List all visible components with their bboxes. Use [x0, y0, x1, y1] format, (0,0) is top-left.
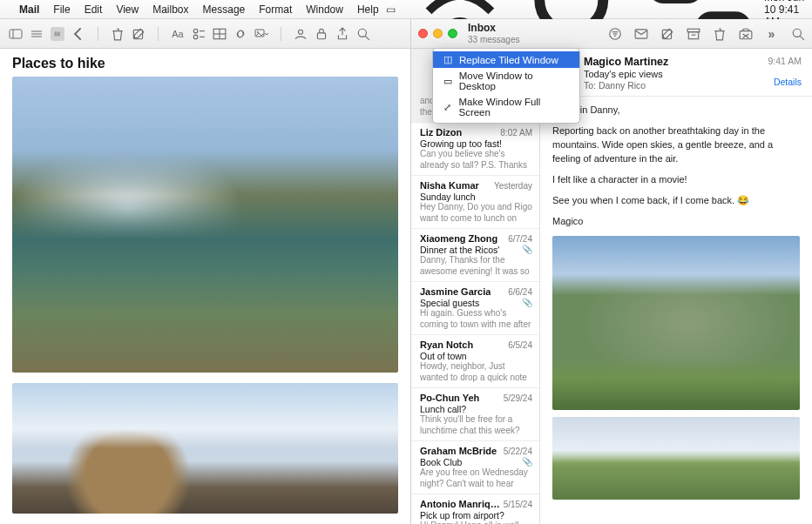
- body-line: I felt like a character in a movie!: [552, 173, 800, 187]
- message-preview: Think you'll be free for a lunchtime cha…: [420, 414, 532, 435]
- menu-edit[interactable]: Edit: [78, 3, 110, 16]
- to-label: To:: [584, 80, 596, 91]
- attachment-icon: 📎: [522, 298, 532, 307]
- message-row[interactable]: Xiaomeng Zhong6/7/24 Dinner at the Ricos…: [411, 229, 539, 282]
- menu-window[interactable]: Window: [299, 3, 350, 16]
- macos-menubar: Mail File Edit View Mailbox Message Form…: [0, 0, 812, 19]
- menu-replace-tiled[interactable]: ◫ Replace Tiled Window: [433, 51, 579, 68]
- photo-dropdown-icon[interactable]: [254, 27, 268, 41]
- menu-view[interactable]: View: [109, 3, 145, 16]
- message-subject: Dinner at the Ricos': [420, 245, 499, 255]
- message-preview: Howdy, neighbor, Just wanted to drop a q…: [420, 361, 532, 382]
- menu-help[interactable]: Help: [350, 3, 386, 16]
- svg-line-39: [800, 36, 804, 40]
- menu-format[interactable]: Format: [252, 3, 299, 16]
- svg-line-27: [365, 36, 369, 40]
- mail-window: Inbox 33 messages » ◫ Replace Tiled Wind…: [411, 19, 812, 524]
- body-line: Hi again Danny,: [552, 104, 800, 118]
- message-body: Hi again Danny, Reporting back on anothe…: [540, 97, 812, 508]
- search-mail-icon[interactable]: [791, 27, 805, 41]
- battery-icon[interactable]: ▭: [386, 3, 396, 16]
- note-body: [0, 77, 410, 524]
- message-row[interactable]: Antonio Manriquez5/15/24 Pick up from ai…: [411, 494, 539, 524]
- message-row[interactable]: Po-Chun Yeh5/29/24 Lunch call? Think you…: [411, 388, 539, 441]
- menu-file[interactable]: File: [46, 3, 77, 16]
- link-icon[interactable]: [233, 27, 247, 41]
- list-icon[interactable]: [30, 27, 44, 41]
- format-icon[interactable]: Aa: [171, 27, 185, 41]
- message-from: Antonio Manriquez: [420, 499, 500, 509]
- replace-tiled-icon: ◫: [442, 54, 454, 65]
- message-date: 6/7/24: [508, 234, 532, 244]
- message-subject: Lunch call?: [420, 404, 532, 414]
- message-header: Magico Martinez Today's epic views To: D…: [540, 49, 812, 97]
- people-icon[interactable]: [294, 27, 308, 41]
- svg-rect-35: [688, 31, 698, 38]
- message-from: Graham McBride: [420, 446, 497, 456]
- message-from: Jasmine Garcia: [420, 286, 491, 297]
- message-preview: Hi Danny! Hope all is well with you. I'm…: [420, 521, 532, 524]
- trash-icon[interactable]: [111, 27, 125, 41]
- message-subject: Out of town: [420, 351, 532, 361]
- menu-move-desktop[interactable]: ▭ Move Window to Desktop: [433, 68, 579, 94]
- more-icon[interactable]: »: [765, 27, 779, 41]
- back-icon[interactable]: [71, 27, 85, 41]
- message-preview: Hey Danny, Do you and Rigo want to come …: [420, 202, 532, 223]
- message-row[interactable]: Graham McBride5/22/24 Book Club📎 Are you…: [411, 441, 539, 494]
- message-date: 8:02 AM: [500, 128, 532, 138]
- svg-rect-13: [58, 34, 60, 36]
- svg-point-17: [193, 35, 198, 39]
- junk-icon[interactable]: [739, 27, 753, 41]
- window-zoom-icon[interactable]: [448, 29, 457, 38]
- share-icon[interactable]: [335, 27, 349, 41]
- body-line: Magico: [552, 215, 800, 229]
- grid-icon[interactable]: [51, 27, 64, 41]
- left-window: Aa Places to hike: [0, 19, 411, 524]
- archive-icon[interactable]: [687, 27, 700, 41]
- compose-icon[interactable]: [132, 27, 145, 41]
- message-row[interactable]: Nisha KumarYesterday Sunday lunch Hey Da…: [411, 176, 539, 229]
- mailbox-count: 33 messages: [468, 35, 519, 44]
- menu-fullscreen[interactable]: ⤢ Make Window Full Screen: [433, 94, 579, 120]
- menu-mailbox[interactable]: Mailbox: [145, 3, 195, 16]
- message-date: Yesterday: [494, 181, 532, 191]
- checklist-icon[interactable]: [192, 27, 206, 41]
- lock-dropdown-icon[interactable]: [315, 27, 328, 41]
- message-preview: Are you free on Wednesday night? Can't w…: [420, 467, 532, 488]
- message-row[interactable]: Ryan Notch6/5/24 Out of town Howdy, neig…: [411, 335, 539, 388]
- menu-message[interactable]: Message: [196, 3, 253, 16]
- attachment-icon: 📎: [522, 457, 532, 467]
- sidebar-icon[interactable]: [9, 27, 23, 41]
- compose-mail-icon[interactable]: [660, 27, 674, 41]
- message-row[interactable]: Liz Dizon8:02 AM Growing up too fast! Ca…: [411, 123, 539, 176]
- envelope-icon[interactable]: [634, 27, 648, 41]
- table-icon[interactable]: [213, 27, 227, 41]
- svg-rect-25: [317, 32, 325, 38]
- window-minimize-icon[interactable]: [433, 29, 443, 38]
- window-close-icon[interactable]: [418, 29, 428, 38]
- reading-subject: Today's epic views: [584, 69, 761, 79]
- message-date: 5/29/24: [504, 393, 532, 403]
- menu-item-label: Replace Tiled Window: [459, 55, 558, 65]
- note-title: Places to hike: [0, 49, 410, 77]
- reading-from: Magico Martinez: [584, 56, 761, 68]
- fullscreen-icon: ⤢: [442, 102, 453, 113]
- details-button[interactable]: Details: [768, 77, 802, 87]
- left-toolbar: Aa: [0, 19, 410, 49]
- message-row[interactable]: Jasmine Garcia6/6/24 Special guests📎 Hi …: [411, 282, 539, 335]
- message-date: 6/5/24: [508, 340, 532, 350]
- message-from: Xiaomeng Zhong: [420, 233, 497, 244]
- message-from: Ryan Notch: [420, 339, 473, 350]
- note-image-river: [12, 77, 398, 373]
- reading-to: Danny Rico: [599, 80, 646, 91]
- search-left-icon[interactable]: [356, 27, 370, 41]
- message-subject: Pick up from airport?: [420, 510, 532, 521]
- filter-icon[interactable]: [608, 27, 622, 41]
- app-menu[interactable]: Mail: [12, 3, 46, 16]
- trash-mail-icon[interactable]: [713, 27, 727, 41]
- svg-rect-37: [740, 30, 752, 38]
- email-image-hills: [552, 417, 800, 500]
- message-subject: Growing up too fast!: [420, 138, 532, 149]
- message-subject: Special guests: [420, 298, 479, 308]
- message-subject: Sunday lunch: [420, 191, 532, 202]
